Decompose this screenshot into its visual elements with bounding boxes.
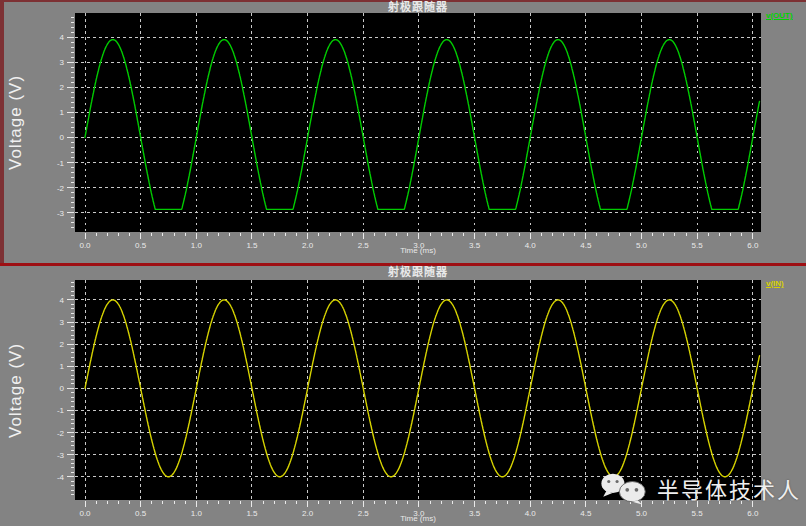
svg-text:0: 0 [60,384,65,393]
x-axis-title-input: Time (ms) [75,514,761,523]
trace-label-vout[interactable]: v(OUT) [766,11,793,20]
svg-text:0: 0 [60,133,65,142]
trace-label-vin[interactable]: v(IN) [766,279,784,288]
svg-text:-1: -1 [57,159,65,168]
svg-text:-2: -2 [57,429,65,438]
svg-text:1: 1 [60,108,65,117]
svg-text:4: 4 [60,296,65,305]
svg-text:3: 3 [60,58,65,67]
svg-text:-3: -3 [57,209,65,218]
x-axis-title-output: Time (ms) [75,246,761,255]
svg-text:-2: -2 [57,184,65,193]
svg-text:3: 3 [60,318,65,327]
watermark: 半导体技术人 [600,471,801,505]
svg-text:4: 4 [60,33,65,42]
watermark-text: 半导体技术人 [657,472,801,504]
svg-text:2: 2 [60,83,65,92]
y-axis-title-input: Voltage (V) [3,280,29,500]
y-axis-title-output: Voltage (V) [3,13,29,232]
svg-text:1: 1 [60,362,65,371]
waveform-viewer-window: 43210-1-2-30.00.51.01.52.02.53.03.54.04.… [0,0,806,526]
plot-title-input: 射极跟随器 [75,266,761,278]
svg-text:2: 2 [60,340,65,349]
output-waveform-plot[interactable]: 43210-1-2-30.00.51.01.52.02.53.03.54.04.… [0,0,806,264]
svg-text:-4: -4 [57,473,65,482]
svg-text:-1: -1 [57,406,65,415]
wechat-icon [600,471,648,505]
plot-title-output: 射极跟随器 [75,1,761,13]
svg-text:-3: -3 [57,451,65,460]
